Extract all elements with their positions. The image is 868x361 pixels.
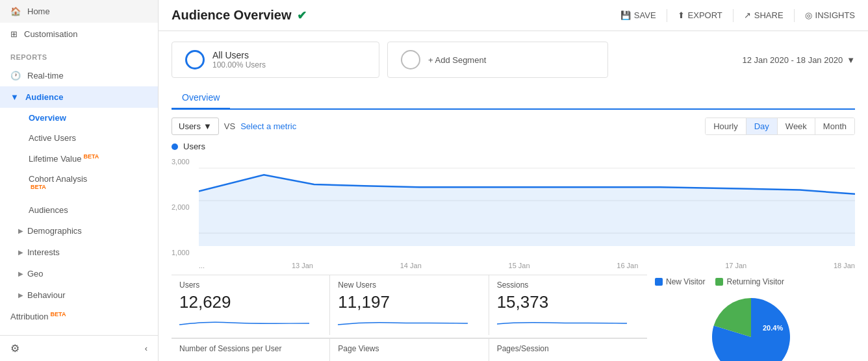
sidebar-item-realtime[interactable]: 🕐 Real-time — [0, 65, 158, 86]
x-label-dots: ... — [199, 262, 205, 269]
y-label-1000: 1,000 — [172, 249, 196, 256]
stat-new-users: New Users 11,197 — [330, 275, 489, 335]
save-button[interactable]: 💾 SAVE — [620, 10, 656, 20]
stat-sessions-label: Sessions — [497, 280, 639, 290]
divider-3 — [794, 9, 795, 22]
stats-section: Users 12,629 New Users 11,197 — [172, 272, 647, 361]
grid-icon: ⊞ — [10, 29, 18, 39]
stat-page-views: Page Views — [330, 339, 489, 361]
new-visitor-legend-label: New Visitor — [666, 277, 705, 286]
day-button[interactable]: Day — [747, 118, 778, 134]
hourly-button[interactable]: Hourly — [706, 118, 747, 134]
export-button[interactable]: ⬆ EXPORT — [678, 10, 722, 20]
x-label-15jan: 15 Jan — [509, 262, 530, 269]
audience-label: Audience — [25, 92, 64, 102]
cohort-analysis-beta-badge: BETA — [31, 184, 46, 190]
sidebar-item-home[interactable]: 🏠 Home — [0, 0, 158, 23]
segment-percent: 100.00% Users — [212, 60, 266, 69]
save-label: SAVE — [634, 10, 656, 20]
sidebar-sub-lifetime-value[interactable]: Lifetime ValueBETA — [0, 148, 158, 169]
chevron-geo-icon: ▶ — [18, 270, 23, 277]
page-title: Audience Overview ✔ — [172, 8, 307, 23]
x-label-16jan: 16 Jan — [617, 262, 638, 269]
pie-chart: 20.4% — [702, 292, 800, 361]
lifetime-value-beta-badge: BETA — [83, 153, 99, 160]
header-actions: 💾 SAVE ⬆ EXPORT ↗ SHARE ◎ INSIGHTS — [620, 9, 855, 22]
reports-section-label: REPORTS — [0, 45, 158, 65]
insights-button[interactable]: ◎ INSIGHTS — [805, 10, 855, 20]
sidebar-sub-active-users[interactable]: Active Users — [0, 128, 158, 148]
date-range-arrow-icon: ▼ — [847, 55, 855, 65]
stat-sessions-per-user-label: Number of Sessions per User — [179, 344, 322, 353]
x-label-17jan: 17 Jan — [725, 262, 747, 269]
new-users-sparkline — [338, 315, 480, 328]
all-users-segment[interactable]: All Users 100.00% Users — [172, 42, 379, 78]
new-visitor-legend-color — [655, 278, 663, 286]
segment-info: All Users 100.00% Users — [212, 50, 266, 69]
share-button[interactable]: ↗ SHARE — [744, 10, 784, 20]
sidebar-sub-audiences[interactable]: Audiences — [0, 200, 158, 220]
share-label: SHARE — [754, 10, 784, 20]
stat-sessions-value: 15,373 — [497, 292, 639, 312]
behaviour-label: Behaviour — [27, 290, 66, 300]
month-button[interactable]: Month — [815, 118, 854, 134]
pie-center-label: 20.4% — [763, 324, 783, 332]
select-metric-link[interactable]: Select a metric — [240, 121, 296, 131]
page-header: Audience Overview ✔ 💾 SAVE ⬆ EXPORT ↗ SH… — [159, 0, 868, 31]
pie-legend: New Visitor Returning Visitor — [655, 277, 847, 286]
share-icon: ↗ — [744, 10, 751, 20]
x-label-14jan: 14 Jan — [400, 262, 422, 269]
time-button-group: Hourly Day Week Month — [705, 118, 855, 135]
attribution-beta-badge: BETA — [51, 311, 66, 317]
stat-pages-session: Pages/Session — [489, 339, 647, 361]
chevron-demographics-icon: ▶ — [18, 227, 23, 234]
save-icon: 💾 — [620, 10, 631, 20]
settings-icon[interactable]: ⚙ — [10, 342, 19, 355]
customisation-label: Customisation — [24, 29, 77, 39]
y-label-2000: 2,000 — [172, 203, 196, 211]
chevron-behaviour-icon: ▶ — [18, 292, 23, 299]
realtime-label: Real-time — [27, 71, 64, 81]
main-content: Audience Overview ✔ 💾 SAVE ⬆ EXPORT ↗ SH… — [159, 0, 868, 361]
stat-users-label: Users — [179, 280, 322, 290]
stat-sessions: Sessions 15,373 — [489, 275, 647, 335]
sidebar-item-audience[interactable]: ▼ Audience — [0, 86, 158, 108]
chevron-interests-icon: ▶ — [18, 249, 23, 256]
sidebar-sub-overview[interactable]: Overview — [0, 108, 158, 128]
sidebar-group-demographics[interactable]: ▶ Demographics — [0, 220, 158, 242]
divider-2 — [733, 9, 734, 22]
stat-pages-session-label: Pages/Session — [497, 344, 639, 353]
metric-dropdown[interactable]: Users ▼ — [172, 118, 219, 135]
sidebar-group-geo[interactable]: ▶ Geo — [0, 263, 158, 284]
title-text: Audience Overview — [172, 8, 292, 23]
pie-chart-container: 20.4% — [655, 292, 847, 361]
new-visitor-legend: New Visitor — [655, 277, 705, 286]
users-sparkline — [179, 315, 322, 328]
date-range-picker[interactable]: 12 Jan 2020 - 18 Jan 2020 ▼ — [742, 55, 855, 65]
sidebar-bottom: ⚙ ‹ — [0, 335, 158, 361]
collapse-icon[interactable]: ‹ — [145, 343, 147, 353]
export-label: EXPORT — [688, 10, 722, 20]
sidebar-item-attribution[interactable]: AttributionBETA — [0, 306, 158, 327]
sidebar-group-behaviour[interactable]: ▶ Behaviour — [0, 284, 158, 306]
add-segment-label: + Add Segment — [428, 55, 486, 65]
geo-label: Geo — [27, 269, 44, 279]
week-button[interactable]: Week — [778, 118, 815, 134]
tab-overview[interactable]: Overview — [172, 87, 230, 110]
sidebar-group-interests[interactable]: ▶ Interests — [0, 242, 158, 263]
home-label: Home — [27, 6, 50, 16]
sessions-sparkline — [497, 315, 639, 328]
metric-dropdown-icon: ▼ — [203, 121, 212, 131]
add-segment-button[interactable]: + Add Segment — [387, 42, 608, 78]
bottom-row: Users 12,629 New Users 11,197 — [172, 272, 855, 361]
users-legend-label: Users — [183, 142, 205, 151]
interests-label: Interests — [27, 247, 60, 257]
sidebar-sub-cohort-analysis[interactable]: Cohort AnalysisBETA — [0, 169, 158, 199]
export-icon: ⬆ — [678, 10, 685, 20]
users-legend-dot — [172, 143, 178, 150]
sidebar-item-customisation[interactable]: ⊞ Customisation — [0, 23, 158, 45]
y-label-3000: 3,000 — [172, 158, 196, 166]
metric-label: Users — [179, 121, 201, 131]
returning-visitor-legend-label: Returning Visitor — [726, 277, 784, 286]
person-icon: ▼ — [10, 92, 19, 102]
